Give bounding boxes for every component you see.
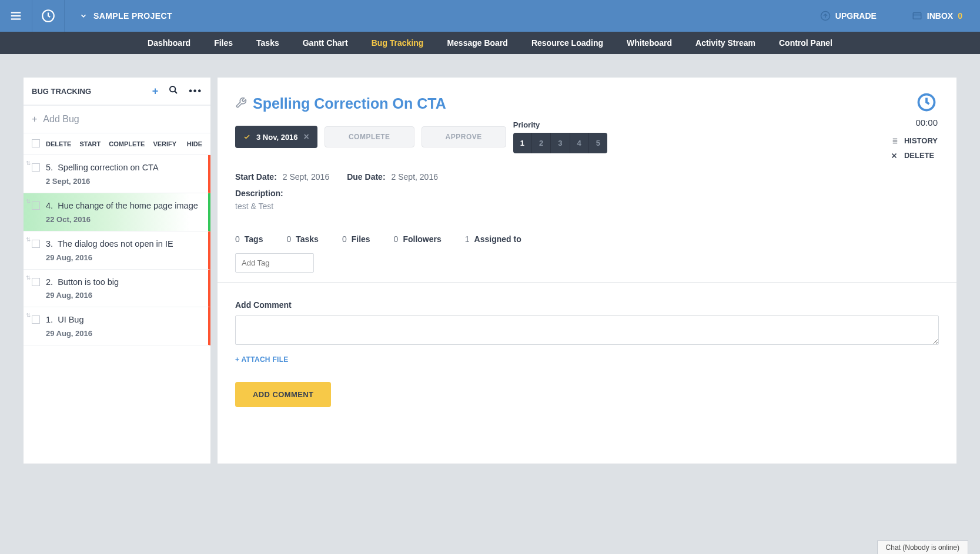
timer-clock-icon — [916, 92, 937, 113]
header-verify[interactable]: VERIFY — [153, 140, 176, 147]
followers-count[interactable]: 0Followers — [394, 234, 441, 244]
chat-bar[interactable]: Chat (Nobody is online) — [877, 540, 968, 554]
nav-message-board[interactable]: Message Board — [447, 38, 507, 48]
history-button[interactable]: HISTORY — [890, 136, 938, 145]
bug-detail-panel: 00:00 HISTORY DELETE Spelling Correction… — [218, 78, 956, 464]
clock-button[interactable] — [32, 0, 65, 32]
priority-selector: 1 2 3 4 5 — [513, 133, 607, 153]
nav-bug-tracking[interactable]: Bug Tracking — [372, 38, 424, 48]
start-date-value: 2 Sept, 2016 — [283, 172, 329, 182]
inbox-icon — [912, 11, 922, 21]
nav-gantt-chart[interactable]: Gantt Chart — [303, 38, 348, 48]
assigned-count[interactable]: 1Assigned to — [465, 234, 521, 244]
nav-tasks[interactable]: Tasks — [256, 38, 279, 48]
priority-3[interactable]: 3 — [551, 133, 570, 153]
nav-dashboard[interactable]: Dashboard — [148, 38, 190, 48]
list-icon — [890, 137, 898, 145]
drag-handle-icon[interactable]: ⇅ — [26, 274, 31, 281]
svg-point-8 — [170, 86, 175, 92]
add-comment-label: Add Comment — [235, 300, 939, 310]
clear-date-icon[interactable]: × — [304, 132, 309, 142]
drag-handle-icon[interactable]: ⇅ — [26, 160, 31, 166]
add-bug-button[interactable]: + Add Bug — [24, 106, 210, 133]
bug-list-header: DELETE START COMPLETE VERIFY HIDE — [24, 133, 210, 155]
bug-checkbox[interactable] — [32, 315, 40, 324]
priority-1[interactable]: 1 — [513, 133, 532, 153]
menu-toggle[interactable] — [0, 0, 32, 32]
clock-icon — [41, 8, 56, 23]
bug-checkbox[interactable] — [32, 240, 40, 248]
comment-textarea[interactable] — [235, 315, 939, 345]
bug-item[interactable]: ⇅ 1. UI Bug 29 Aug, 2016 — [24, 307, 210, 345]
bug-checkbox[interactable] — [32, 163, 40, 172]
search-icon[interactable] — [169, 85, 178, 97]
upgrade-button[interactable]: UPGRADE — [802, 11, 894, 21]
priority-2[interactable]: 2 — [532, 133, 551, 153]
top-bar: SAMPLE PROJECT UPGRADE INBOX 0 — [0, 0, 980, 32]
nav-resource-loading[interactable]: Resource Loading — [531, 38, 603, 48]
nav-files[interactable]: Files — [214, 38, 233, 48]
drag-handle-icon[interactable]: ⇅ — [26, 236, 31, 243]
inbox-button[interactable]: INBOX 0 — [894, 11, 980, 21]
timer[interactable]: 00:00 — [915, 92, 938, 127]
bug-item[interactable]: ⇅ 5. Spelling correction on CTA 2 Sept, … — [24, 155, 210, 193]
header-delete[interactable]: DELETE — [46, 140, 71, 147]
add-comment-button[interactable]: ADD COMMENT — [235, 382, 331, 407]
complete-button[interactable]: COMPLETE — [325, 126, 414, 147]
close-icon — [890, 152, 898, 160]
chevron-down-icon — [79, 12, 88, 20]
plus-icon: + — [32, 114, 37, 125]
header-complete[interactable]: COMPLETE — [109, 140, 145, 147]
inbox-count: 0 — [958, 11, 962, 21]
bug-item[interactable]: ⇅ 2. Button is too big 29 Aug, 2016 — [24, 270, 210, 308]
date-pill[interactable]: 3 Nov, 2016 × — [235, 126, 317, 148]
files-count[interactable]: 0Files — [342, 234, 370, 244]
tasks-count[interactable]: 0Tasks — [286, 234, 318, 244]
svg-line-9 — [175, 91, 177, 93]
more-icon[interactable]: ••• — [189, 86, 202, 96]
approve-button[interactable]: APPROVE — [422, 126, 506, 147]
description-label: Description: — [235, 189, 939, 198]
tags-count[interactable]: 0Tags — [235, 234, 263, 244]
nav-whiteboard[interactable]: Whiteboard — [627, 38, 672, 48]
select-all-checkbox[interactable] — [32, 139, 40, 147]
priority-4[interactable]: 4 — [570, 133, 589, 153]
start-date-label: Start Date: — [235, 172, 277, 182]
priority-5[interactable]: 5 — [589, 133, 607, 153]
hamburger-icon — [9, 9, 22, 22]
header-start[interactable]: START — [79, 140, 101, 147]
description-value: test & Test — [235, 202, 939, 211]
bug-checkbox[interactable] — [32, 278, 40, 286]
priority-label: Priority — [513, 120, 607, 129]
bug-item[interactable]: ⇅ 4. Hue change of the home page image 2… — [24, 193, 210, 231]
due-date-label: Due Date: — [347, 172, 385, 182]
bug-checkbox[interactable] — [32, 202, 40, 210]
due-date-value: 2 Sept, 2016 — [392, 172, 438, 182]
drag-handle-icon[interactable]: ⇅ — [26, 312, 31, 318]
bug-list-panel: BUG TRACKING + ••• + Add Bug DELETE STAR… — [24, 78, 210, 464]
svg-rect-6 — [913, 13, 921, 19]
drag-handle-icon[interactable]: ⇅ — [26, 198, 31, 204]
attach-file-link[interactable]: + ATTACH FILE — [235, 355, 289, 364]
upgrade-icon — [820, 11, 831, 21]
nav-activity-stream[interactable]: Activity Stream — [695, 38, 755, 48]
delete-button[interactable]: DELETE — [890, 151, 938, 160]
nav-control-panel[interactable]: Control Panel — [779, 38, 832, 48]
check-icon — [243, 133, 250, 140]
bug-title: Spelling Correction On CTA — [253, 95, 446, 112]
sidebar-title: BUG TRACKING — [32, 87, 152, 96]
main-nav: Dashboard Files Tasks Gantt Chart Bug Tr… — [0, 32, 980, 54]
bug-item[interactable]: ⇅ 3. The dialog does not open in IE 29 A… — [24, 231, 210, 270]
add-tag-input[interactable] — [235, 253, 314, 273]
project-selector[interactable]: SAMPLE PROJECT — [65, 11, 187, 21]
header-hide[interactable]: HIDE — [187, 140, 202, 147]
project-name: SAMPLE PROJECT — [93, 11, 172, 21]
add-icon[interactable]: + — [152, 85, 159, 98]
wrench-icon — [235, 97, 247, 111]
